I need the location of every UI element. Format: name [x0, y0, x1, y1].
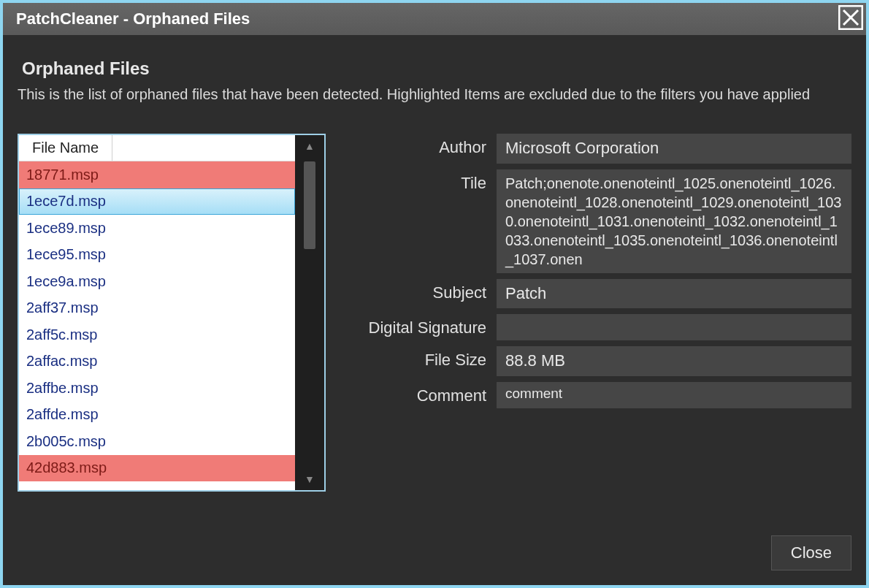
file-list-scrollbar[interactable]: ▲ ▼: [295, 135, 324, 490]
close-button[interactable]: Close: [771, 535, 851, 570]
window-close-button[interactable]: [835, 4, 866, 34]
file-row[interactable]: 1ece7d.msp: [19, 188, 295, 215]
label-tile: Tile: [355, 169, 486, 193]
file-row[interactable]: 2affbe.msp: [19, 375, 295, 402]
value-digital-signature: [497, 314, 851, 340]
file-list-body[interactable]: 18771.msp1ece7d.msp1ece89.msp1ece95.msp1…: [19, 161, 295, 490]
file-row[interactable]: 1ece95.msp: [19, 242, 295, 269]
file-list-column: File Name 18771.msp1ece7d.msp1ece89.msp1…: [19, 135, 295, 490]
page-heading: Orphaned Files: [18, 58, 851, 79]
page-description: This is the list of orphaned files that …: [18, 86, 851, 103]
column-header-filename[interactable]: File Name: [19, 135, 112, 161]
file-name-cell: 42d883.msp: [26, 459, 107, 476]
field-subject: Subject Patch: [355, 279, 851, 309]
window-title: PatchCleaner - Orphaned Files: [16, 9, 835, 28]
label-subject: Subject: [355, 279, 486, 302]
file-name-cell: 2affbe.msp: [26, 380, 99, 397]
titlebar: PatchCleaner - Orphaned Files: [3, 3, 866, 35]
file-name-cell: 1ece95.msp: [26, 246, 106, 263]
details-panel: Author Microsoft Corporation Tile Patch;…: [340, 134, 851, 492]
field-digital-signature: Digital Signature: [355, 314, 851, 340]
field-file-size: File Size 88.8 MB: [355, 346, 851, 376]
value-tile: Patch;onenote.onenoteintl_1025.onenotein…: [497, 169, 851, 273]
file-name-cell: 2affde.msp: [26, 406, 99, 423]
value-file-size: 88.8 MB: [497, 346, 851, 376]
file-row[interactable]: 1ece9a.msp: [19, 268, 295, 295]
label-comment: Comment: [355, 382, 486, 405]
close-icon: [838, 5, 863, 33]
file-name-cell: 1ece9a.msp: [26, 273, 106, 290]
file-row[interactable]: 2aff37.msp: [19, 295, 295, 322]
field-author: Author Microsoft Corporation: [355, 134, 851, 164]
file-row[interactable]: 2aff5c.msp: [19, 321, 295, 348]
file-name-cell: 2aff5c.msp: [26, 327, 97, 343]
file-name-cell: 1ece89.msp: [26, 220, 106, 237]
value-comment: comment: [497, 382, 851, 408]
scroll-up-arrow-icon[interactable]: ▲: [295, 135, 324, 157]
file-name-cell: 2aff37.msp: [26, 299, 99, 316]
label-file-size: File Size: [355, 346, 486, 370]
content-area: Orphaned Files This is the list of orpha…: [3, 35, 866, 585]
scroll-thumb[interactable]: [304, 161, 315, 249]
value-author: Microsoft Corporation: [497, 134, 851, 164]
file-row[interactable]: 1ece89.msp: [19, 215, 295, 242]
scroll-track[interactable]: [295, 157, 324, 468]
file-name-cell: 2affac.msp: [26, 353, 97, 370]
main-row: File Name 18771.msp1ece7d.msp1ece89.msp1…: [18, 134, 851, 492]
file-row[interactable]: 2affde.msp: [19, 402, 295, 429]
file-row[interactable]: 42d883.msp: [19, 455, 295, 482]
file-list-header-row: File Name: [19, 135, 295, 161]
file-list-panel: File Name 18771.msp1ece7d.msp1ece89.msp1…: [18, 134, 326, 492]
file-row[interactable]: 18771.msp: [19, 161, 295, 188]
field-comment: Comment comment: [355, 382, 851, 408]
app-window: PatchCleaner - Orphaned Files Orphaned F…: [3, 3, 866, 585]
label-digital-signature: Digital Signature: [355, 314, 486, 337]
field-tile: Tile Patch;onenote.onenoteintl_1025.onen…: [355, 169, 851, 273]
file-name-cell: 1ece7d.msp: [26, 193, 106, 210]
value-subject: Patch: [497, 279, 851, 309]
label-author: Author: [355, 134, 486, 157]
footer: Close: [771, 535, 851, 570]
scroll-down-arrow-icon[interactable]: ▼: [295, 468, 324, 490]
file-name-cell: 18771.msp: [26, 167, 99, 183]
file-name-cell: 2b005c.msp: [26, 433, 106, 450]
file-row[interactable]: 2b005c.msp: [19, 428, 295, 455]
file-row[interactable]: 2affac.msp: [19, 348, 295, 375]
